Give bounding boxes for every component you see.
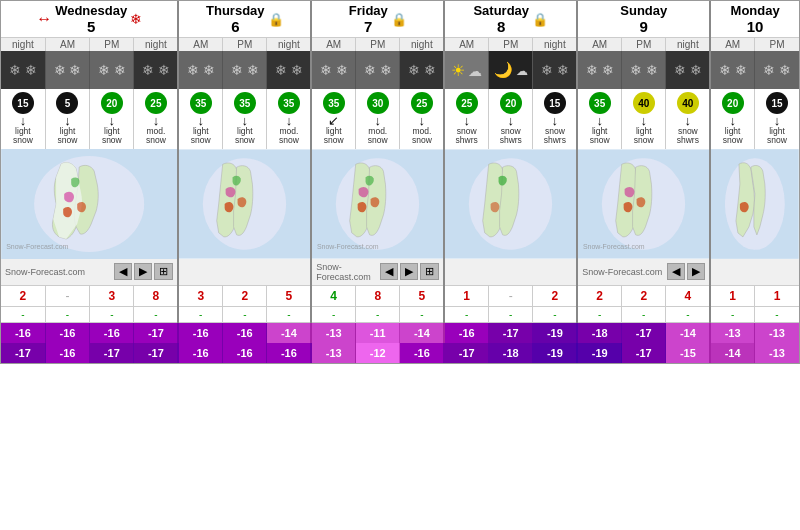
brand-arrow-left[interactable]: ◀ xyxy=(114,263,132,280)
svg-text:Snow-Forecast.com: Snow-Forecast.com xyxy=(583,242,645,249)
temp2-fri-pm: -12 xyxy=(356,343,400,363)
temp2-thu-night: -16 xyxy=(267,343,311,363)
temp2-wed-am: -16 xyxy=(45,343,89,363)
temp2-fri-night: -16 xyxy=(400,343,444,363)
map-wed-thu: Snow-Forecast.com xyxy=(1,149,178,259)
brand-grid-fri[interactable]: ⊞ xyxy=(420,263,439,280)
icon-thu-pm: ❄ ❄ xyxy=(223,51,267,89)
brand-arrow-right-fri[interactable]: ▶ xyxy=(400,263,418,280)
temp2-sat-am: -17 xyxy=(444,343,488,363)
snow-thu-night: 5 xyxy=(267,285,311,306)
brand-arrow-left-fri[interactable]: ◀ xyxy=(380,263,398,280)
temp1-mon-am: -13 xyxy=(710,322,754,343)
wind-thu-night: 35 ↓ mod.snow xyxy=(267,89,311,149)
period-sun-night: night xyxy=(666,38,710,52)
temp1-sat-am: -16 xyxy=(444,322,488,343)
temp1-wed-am: -16 xyxy=(45,322,89,343)
wind-fri-am: 35 ↙ lightsnow xyxy=(311,89,355,149)
icon-mon-am: ❄ ❄ xyxy=(710,51,754,89)
brand-mon xyxy=(710,259,799,286)
period-mon-pm: PM xyxy=(755,38,799,52)
day-num-sat: 8 xyxy=(473,18,529,35)
brand-arrow-left-sun[interactable]: ◀ xyxy=(667,263,685,280)
snow2-sat-pm: - xyxy=(489,306,533,322)
temp2-sat-night: -19 xyxy=(533,343,577,363)
brand-arrow-right-sun[interactable]: ▶ xyxy=(687,263,705,280)
snow2-sat-night: - xyxy=(533,306,577,322)
temp1-wed-night2: -17 xyxy=(134,322,178,343)
temp2-sun-pm: -17 xyxy=(622,343,666,363)
temp1-wed-pm: -16 xyxy=(90,322,134,343)
day-num-thu: 6 xyxy=(206,18,265,35)
day-name-fri: Friday xyxy=(349,3,388,18)
brand-grid[interactable]: ⊞ xyxy=(154,263,173,280)
temp2-thu-am: -16 xyxy=(178,343,222,363)
brand-text-wed: Snow-Forecast.com xyxy=(5,267,85,277)
brand-arrow-right[interactable]: ▶ xyxy=(134,263,152,280)
snow2-sun-night: - xyxy=(666,306,710,322)
snow2-wed-night2: - xyxy=(134,306,178,322)
day-name-mon: Monday xyxy=(711,3,799,18)
day-num-wed: 5 xyxy=(55,18,127,35)
period-wed-am: AM xyxy=(45,38,89,52)
snow-wed-pm: 3 xyxy=(90,285,134,306)
temp2-wed-night: -17 xyxy=(1,343,45,363)
snow-sun-am: 2 xyxy=(577,285,621,306)
wind-wed-night: 15 ↓ lightsnow xyxy=(1,89,45,149)
temp1-thu-night: -14 xyxy=(267,322,311,343)
temp1-sat-pm: -17 xyxy=(489,322,533,343)
snow2-fri-am: - xyxy=(311,306,355,322)
snow-sat-pm: - xyxy=(489,285,533,306)
snow-sat-night: 2 xyxy=(533,285,577,306)
snow2-fri-pm: - xyxy=(356,306,400,322)
wind-wed-am: 5 ↓ lightsnow xyxy=(45,89,89,149)
snow2-fri-night: - xyxy=(400,306,444,322)
wind-sun-pm: 40 ↓ lightsnow xyxy=(622,89,666,149)
snow-wed-night2: 8 xyxy=(134,285,178,306)
day-num-mon: 10 xyxy=(711,18,799,35)
icon-sun-night: ❄ ❄ xyxy=(666,51,710,89)
icon-wed-night: ❄ ❄ xyxy=(1,51,45,89)
temp1-sat-night: -19 xyxy=(533,322,577,343)
period-thu-am: AM xyxy=(178,38,222,52)
temp1-fri-am: -13 xyxy=(311,322,355,343)
wind-wed-pm: 20 ↓ lightsnow xyxy=(90,89,134,149)
wind-fri-night: 25 ↓ mod.snow xyxy=(400,89,444,149)
period-fri-pm: PM xyxy=(356,38,400,52)
lock-sat: 🔒 xyxy=(532,12,548,27)
snow2-wed-am: - xyxy=(45,306,89,322)
arrow-left-wed: ↔ xyxy=(36,10,52,28)
temp1-fri-night: -14 xyxy=(400,322,444,343)
snow-wed-am: - xyxy=(45,285,89,306)
period-sat-pm: PM xyxy=(489,38,533,52)
temp2-wed-night2: -17 xyxy=(134,343,178,363)
snow-fri-night: 5 xyxy=(400,285,444,306)
icon-sun-pm: ❄ ❄ xyxy=(622,51,666,89)
temp1-sun-pm: -17 xyxy=(622,322,666,343)
temp1-thu-pm: -16 xyxy=(223,322,267,343)
snow-thu-pm: 2 xyxy=(223,285,267,306)
period-sat-night: night xyxy=(533,38,577,52)
wind-thu-am: 35 ↓ lightsnow xyxy=(178,89,222,149)
snow-fri-pm: 8 xyxy=(356,285,400,306)
snow-wed-night: 2 xyxy=(1,285,45,306)
period-wed-pm: PM xyxy=(90,38,134,52)
temp1-thu-am: -16 xyxy=(178,322,222,343)
temp1-sun-am: -18 xyxy=(577,322,621,343)
temp1-fri-pm: -11 xyxy=(356,322,400,343)
snow2-mon-am: - xyxy=(710,306,754,322)
period-fri-night: night xyxy=(400,38,444,52)
period-thu-pm: PM xyxy=(223,38,267,52)
map-sun: Snow-Forecast.com xyxy=(577,149,710,259)
wind-thu-pm: 35 ↓ lightsnow xyxy=(223,89,267,149)
temp2-thu-pm: -16 xyxy=(223,343,267,363)
icon-thu-night: ❄ ❄ xyxy=(267,51,311,89)
day-name-sun: Sunday xyxy=(620,3,667,18)
temp1-wed-night: -16 xyxy=(1,322,45,343)
wind-wed-night2: 25 ↓ mod.snow xyxy=(134,89,178,149)
snow-sun-pm: 2 xyxy=(622,285,666,306)
temp2-sun-night: -15 xyxy=(666,343,710,363)
temp1-sun-night: -14 xyxy=(666,322,710,343)
icon-wed-night2: ❄ ❄ xyxy=(134,51,178,89)
icon-sun-am: ❄ ❄ xyxy=(577,51,621,89)
